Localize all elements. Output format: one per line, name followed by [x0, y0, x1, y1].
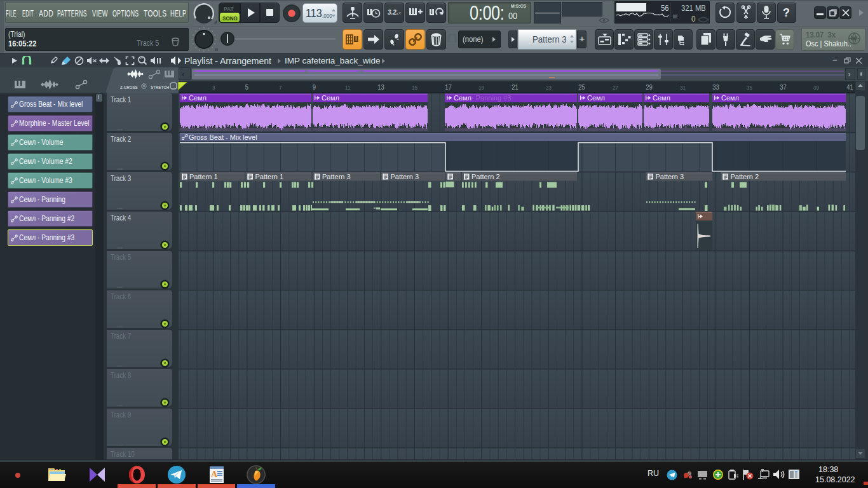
svg-text:Pattern 1: Pattern 1	[189, 173, 218, 180]
svg-text:Pattern 2: Pattern 2	[471, 173, 500, 180]
svg-text:Семл: Семл	[189, 94, 207, 102]
svg-text:Pattern 2: Pattern 2	[731, 173, 759, 180]
svg-text:Gross Beat - Mix level: Gross Beat - Mix level	[189, 133, 257, 141]
svg-text:Семл: Семл	[587, 94, 605, 102]
svg-text:Pattern 3: Pattern 3	[391, 173, 419, 180]
svg-text:Семл: Семл	[454, 94, 471, 102]
svg-text:Pattern 1: Pattern 1	[255, 173, 284, 180]
svg-text:Pattern 3: Pattern 3	[656, 173, 684, 180]
svg-text:Семл: Семл	[721, 94, 739, 102]
svg-text:A: A	[211, 470, 218, 479]
svg-text:Pattern 3: Pattern 3	[322, 173, 351, 180]
svg-text:Семл: Семл	[653, 94, 670, 102]
svg-text:- Panning #3: - Panning #3	[471, 94, 511, 102]
svg-text:Семл: Семл	[322, 94, 339, 102]
